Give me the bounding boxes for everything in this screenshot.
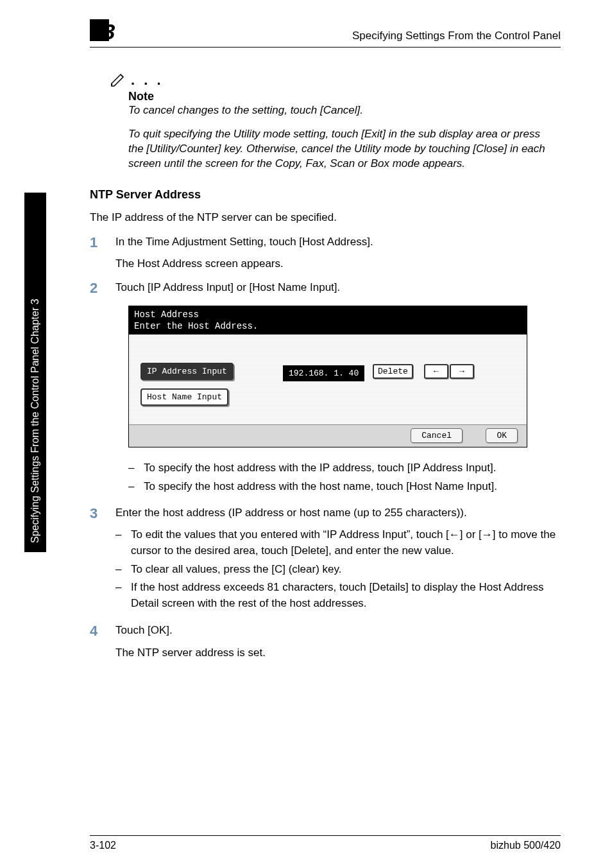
note-para-2: To quit specifying the Utility mode sett… (128, 127, 554, 171)
dash-icon: – (115, 527, 131, 559)
step-3-bullet-3: If the host address exceeds 81 character… (131, 580, 561, 611)
chapter-number-block: 3 (90, 19, 115, 44)
dash-icon: – (115, 562, 131, 578)
step-3: 3 Enter the host address (IP address or … (90, 505, 561, 614)
screenshot-body: IP Address Input Host Name Input 192.168… (129, 334, 527, 425)
note-dots: . . . (131, 72, 164, 89)
dash-icon: – (128, 479, 144, 495)
step-2-number: 2 (90, 280, 115, 297)
step-2-bullet-1: To specify the host address with the IP … (144, 460, 496, 476)
section-heading: NTP Server Address (90, 188, 561, 202)
dash-icon: – (128, 460, 144, 476)
page-footer: 3-102 bizhub 500/420 (90, 835, 561, 851)
step-2-text: Touch [IP Address Input] or [Host Name I… (115, 280, 561, 297)
side-tab: Specifying Settings From the Control Pan… (24, 193, 46, 552)
host-address-screenshot: Host Address Enter the Host Address. IP … (128, 306, 527, 447)
arrow-left-button[interactable]: ← (424, 364, 448, 379)
footer-page-number: 3-102 (90, 840, 116, 851)
step-1-text: In the Time Adjustment Setting, touch [H… (115, 234, 561, 250)
step-4-text: Touch [OK]. (115, 623, 561, 639)
screenshot-titlebar: Host Address Enter the Host Address. (129, 306, 527, 334)
note-icon-row: . . . (109, 71, 561, 89)
step-2-bullet-2: To specify the host address with the hos… (144, 479, 497, 495)
footer-product-name: bizhub 500/420 (491, 840, 561, 851)
screenshot-footer: Cancel OK (129, 425, 527, 447)
step-2: 2 Touch [IP Address Input] or [Host Name… (90, 280, 561, 297)
step-3-bullet-1: To edit the values that you entered with… (131, 527, 561, 559)
step-3-number: 3 (90, 505, 115, 614)
dash-icon: – (115, 580, 131, 611)
host-name-input-button[interactable]: Host Name Input (140, 388, 228, 406)
running-title: Specifying Settings From the Control Pan… (115, 30, 561, 42)
step-1: 1 In the Time Adjustment Setting, touch … (90, 234, 561, 272)
ip-address-input-button[interactable]: IP Address Input (140, 363, 234, 380)
step-4: 4 Touch [OK]. The NTP server address is … (90, 623, 561, 661)
cancel-button[interactable]: Cancel (411, 428, 463, 443)
arrow-right-button[interactable]: → (450, 364, 474, 379)
delete-button[interactable]: Delete (373, 364, 413, 379)
section-intro: The IP address of the NTP server can be … (90, 211, 561, 225)
chapter-number: 3 (103, 19, 115, 44)
note-para-1: To cancel changes to the setting, touch … (128, 103, 554, 118)
pencil-icon (109, 71, 127, 89)
screenshot-title-1: Host Address (134, 309, 522, 320)
step-4-number: 4 (90, 623, 115, 661)
step-1-sub: The Host Address screen appears. (115, 256, 561, 272)
step-2-bullets: –To specify the host address with the IP… (128, 460, 561, 494)
ip-address-value: 192.168. 1. 40 (283, 365, 364, 381)
step-1-number: 1 (90, 234, 115, 272)
step-3-bullet-2: To clear all values, press the [C] (clea… (131, 562, 341, 578)
running-header: 3 Specifying Settings From the Control P… (90, 19, 561, 48)
step-4-sub: The NTP server address is set. (115, 645, 561, 661)
screenshot-title-2: Enter the Host Address. (134, 320, 522, 332)
step-3-text: Enter the host address (IP address or ho… (115, 505, 561, 521)
note-heading: Note (128, 90, 561, 103)
ok-button[interactable]: OK (486, 428, 518, 443)
